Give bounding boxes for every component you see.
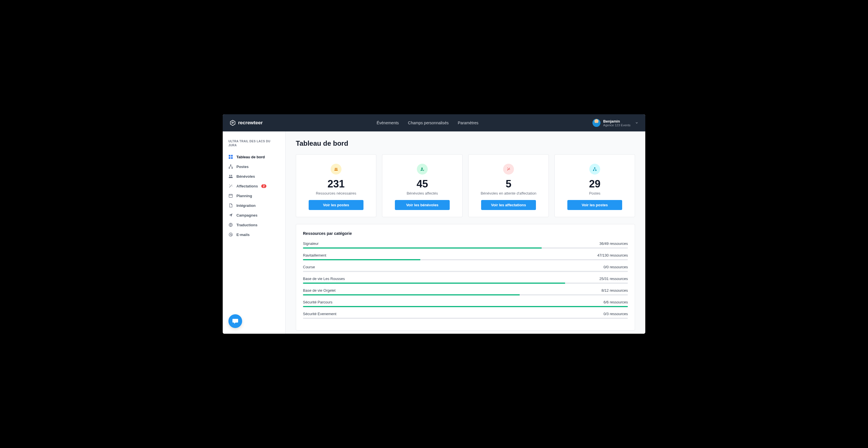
category-count: 0/0 ressources	[603, 265, 628, 269]
logo-icon	[229, 120, 236, 126]
sidebar-item-label: Planning	[237, 194, 252, 198]
view-benevoles-button[interactable]: Voir les bénévoles	[395, 200, 450, 210]
progress-track	[303, 282, 628, 284]
user-name: Benjamin	[603, 119, 630, 123]
card-label: Ressources nécessaires	[316, 191, 356, 196]
page-title: Tableau de bord	[296, 140, 635, 147]
card-label: Bénévoles affectés	[407, 191, 438, 196]
svg-point-7	[229, 175, 230, 176]
category-row: Ravitaillement47/130 ressources	[303, 253, 628, 260]
user-check-icon	[420, 167, 424, 171]
progress-track	[303, 294, 628, 295]
card-icon-wrap	[331, 164, 341, 175]
sidebar-item-postes[interactable]: Postes	[223, 162, 285, 172]
topbar: recrewteer Événements Champs personnalis…	[223, 114, 645, 131]
category-name: Ravitaillement	[303, 253, 327, 258]
logo[interactable]: recrewteer	[229, 120, 263, 126]
card-resources-needed: 231 Ressources nécessaires Voir les post…	[296, 154, 376, 217]
user-org: Agence 123 Events	[603, 123, 630, 127]
at-icon	[228, 232, 233, 237]
card-volunteers-pending: 5 Bénévoles en attente d'affectation Voi…	[468, 154, 549, 217]
sidebar: ULTRA TRAIL DES LACS DU JURA Tableau de …	[223, 131, 285, 334]
chevron-down-icon	[635, 121, 639, 125]
sidebar-item-campagnes[interactable]: Campagnes	[223, 210, 285, 220]
nav-settings[interactable]: Paramètres	[458, 121, 478, 125]
sidebar-item-emails[interactable]: E-mails	[223, 230, 285, 239]
sidebar-item-affectations[interactable]: Affectations 2	[223, 181, 285, 191]
svg-rect-6	[231, 168, 233, 169]
progress-fill	[303, 306, 628, 307]
category-count: 6/6 ressources	[603, 300, 628, 304]
sidebar-item-planning[interactable]: Planning	[223, 191, 285, 201]
category-row: Course0/0 ressources	[303, 265, 628, 272]
svg-point-15	[230, 234, 231, 235]
sidebar-item-dashboard[interactable]: Tableau de bord	[223, 152, 285, 162]
sitemap-icon	[228, 164, 233, 169]
sitemap-icon	[593, 167, 597, 171]
view-postes-button[interactable]: Voir les postes	[309, 200, 364, 210]
progress-fill	[303, 282, 565, 284]
category-name: Base de vie Orgelet	[303, 288, 336, 293]
card-value: 29	[589, 178, 600, 190]
svg-rect-12	[229, 194, 232, 198]
top-navigation: Événements Champs personnalisés Paramètr…	[377, 121, 478, 125]
user-info: Benjamin Agence 123 Events	[603, 119, 630, 127]
svg-point-21	[509, 168, 510, 168]
sidebar-item-traductions[interactable]: Traductions	[223, 220, 285, 230]
svg-point-14	[229, 233, 232, 236]
svg-rect-4	[230, 165, 231, 166]
card-value: 5	[506, 178, 512, 190]
sidebar-item-benevoles[interactable]: Bénévoles	[223, 172, 285, 181]
chat-icon	[232, 318, 239, 325]
progress-track	[303, 306, 628, 307]
wand-icon	[506, 167, 510, 171]
users-icon	[334, 167, 338, 171]
card-icon-wrap	[503, 164, 514, 175]
nav-events[interactable]: Événements	[377, 121, 399, 125]
category-name: Sécurité Parcours	[303, 300, 332, 304]
svg-rect-22	[594, 168, 595, 168]
file-icon	[228, 203, 233, 208]
category-count: 25/31 ressources	[599, 276, 628, 281]
svg-rect-1	[231, 155, 233, 156]
sidebar-item-label: Postes	[237, 165, 249, 169]
card-label: Postes	[589, 191, 600, 196]
category-row: Signaleur36/49 ressources	[303, 241, 628, 248]
sidebar-item-label: Bénévoles	[237, 174, 255, 179]
card-value: 231	[328, 178, 345, 190]
svg-point-18	[422, 168, 423, 169]
sidebar-item-label: Tableau de bord	[237, 155, 265, 159]
stats-cards: 231 Ressources nécessaires Voir les post…	[296, 154, 635, 217]
chat-widget[interactable]	[228, 314, 242, 328]
progress-track	[303, 271, 628, 272]
svg-point-10	[232, 186, 232, 186]
svg-point-17	[336, 168, 338, 169]
category-name: Signaleur	[303, 241, 319, 246]
svg-point-11	[231, 184, 232, 185]
card-icon-wrap	[589, 164, 600, 175]
sidebar-item-integration[interactable]: Intégration	[223, 201, 285, 210]
view-affectations-button[interactable]: Voir les affectations	[481, 200, 536, 210]
globe-icon	[228, 222, 233, 227]
nav-custom-fields[interactable]: Champs personnalisés	[408, 121, 448, 125]
brand-name: recrewteer	[238, 120, 263, 126]
category-count: 47/130 ressources	[597, 253, 628, 258]
main-content: Tableau de bord 231 Ressources nécessair…	[285, 131, 645, 334]
card-label: Bénévoles en attente d'affectation	[480, 191, 536, 196]
category-row: Sécurité Evenement0/3 ressources	[303, 312, 628, 319]
sidebar-item-label: Affectations	[237, 184, 258, 188]
category-count: 36/49 ressources	[599, 241, 628, 246]
card-value: 45	[416, 178, 428, 190]
sidebar-item-label: Campagnes	[237, 213, 257, 217]
svg-point-20	[509, 169, 510, 170]
category-row: Base de vie Les Rousses25/31 ressources	[303, 276, 628, 284]
svg-point-9	[229, 185, 230, 185]
calendar-icon	[228, 193, 233, 198]
card-icon-wrap	[417, 164, 428, 175]
user-menu[interactable]: Benjamin Agence 123 Events	[592, 119, 639, 127]
avatar	[592, 119, 600, 127]
svg-point-16	[335, 168, 336, 169]
category-name: Course	[303, 265, 315, 269]
view-postes-button-2[interactable]: Voir les postes	[567, 200, 622, 210]
sidebar-item-label: Intégration	[237, 203, 255, 208]
